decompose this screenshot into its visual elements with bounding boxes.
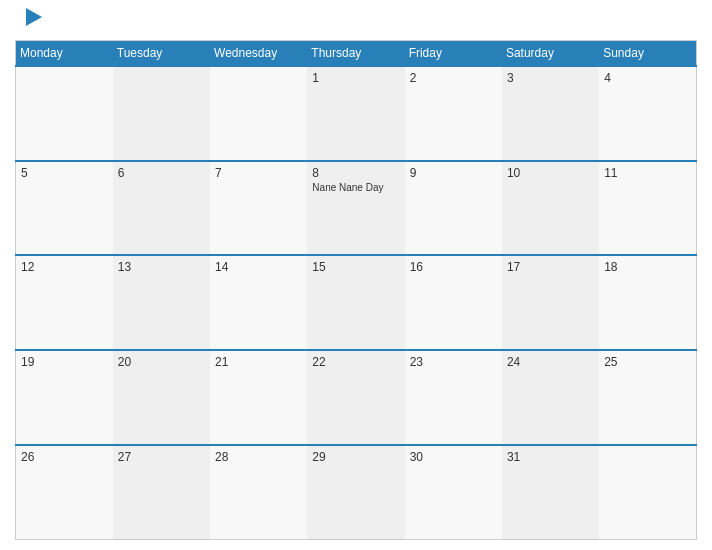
day-number: 28 (215, 450, 302, 464)
day-number: 1 (312, 71, 399, 85)
day-number: 22 (312, 355, 399, 369)
calendar-cell: 17 (502, 255, 599, 350)
logo (20, 10, 44, 32)
weekday-header-row: MondayTuesdayWednesdayThursdayFridaySatu… (16, 41, 697, 67)
calendar-cell: 15 (307, 255, 404, 350)
day-number: 10 (507, 166, 594, 180)
day-number: 21 (215, 355, 302, 369)
calendar-page: MondayTuesdayWednesdayThursdayFridaySatu… (0, 0, 712, 550)
day-number: 7 (215, 166, 302, 180)
calendar-cell: 20 (113, 350, 210, 445)
calendar-cell: 31 (502, 445, 599, 540)
day-number: 16 (410, 260, 497, 274)
calendar-cell: 18 (599, 255, 696, 350)
calendar-cell: 6 (113, 161, 210, 256)
calendar-cell: 24 (502, 350, 599, 445)
calendar-cell (210, 66, 307, 161)
day-number: 3 (507, 71, 594, 85)
calendar-cell: 8Nane Nane Day (307, 161, 404, 256)
day-number: 12 (21, 260, 108, 274)
calendar-cell: 1 (307, 66, 404, 161)
day-number: 19 (21, 355, 108, 369)
calendar-cell (16, 66, 113, 161)
calendar-cell: 23 (405, 350, 502, 445)
day-number: 29 (312, 450, 399, 464)
weekday-header: Wednesday (210, 41, 307, 67)
svg-marker-0 (26, 8, 42, 26)
calendar-cell: 19 (16, 350, 113, 445)
weekday-header: Friday (405, 41, 502, 67)
holiday-label: Nane Nane Day (312, 182, 399, 193)
day-number: 18 (604, 260, 691, 274)
day-number: 6 (118, 166, 205, 180)
day-number: 23 (410, 355, 497, 369)
weekday-header: Saturday (502, 41, 599, 67)
day-number: 30 (410, 450, 497, 464)
day-number: 15 (312, 260, 399, 274)
calendar-cell (599, 445, 696, 540)
weekday-header: Thursday (307, 41, 404, 67)
day-number: 20 (118, 355, 205, 369)
calendar-cell: 13 (113, 255, 210, 350)
day-number: 13 (118, 260, 205, 274)
calendar-cell: 27 (113, 445, 210, 540)
calendar-cell: 2 (405, 66, 502, 161)
calendar-week-row: 19202122232425 (16, 350, 697, 445)
calendar-week-row: 5678Nane Nane Day91011 (16, 161, 697, 256)
day-number: 27 (118, 450, 205, 464)
day-number: 11 (604, 166, 691, 180)
calendar-cell: 9 (405, 161, 502, 256)
day-number: 8 (312, 166, 399, 180)
calendar-cell: 29 (307, 445, 404, 540)
day-number: 25 (604, 355, 691, 369)
calendar-cell: 16 (405, 255, 502, 350)
day-number: 2 (410, 71, 497, 85)
calendar-cell (113, 66, 210, 161)
calendar-cell: 28 (210, 445, 307, 540)
calendar-week-row: 1234 (16, 66, 697, 161)
calendar-header (15, 10, 697, 32)
day-number: 17 (507, 260, 594, 274)
calendar-week-row: 12131415161718 (16, 255, 697, 350)
calendar-cell: 26 (16, 445, 113, 540)
calendar-cell: 14 (210, 255, 307, 350)
day-number: 14 (215, 260, 302, 274)
day-number: 4 (604, 71, 691, 85)
calendar-cell: 4 (599, 66, 696, 161)
calendar-cell: 12 (16, 255, 113, 350)
weekday-header: Tuesday (113, 41, 210, 67)
calendar-table: MondayTuesdayWednesdayThursdayFridaySatu… (15, 40, 697, 540)
calendar-cell: 30 (405, 445, 502, 540)
calendar-cell: 5 (16, 161, 113, 256)
day-number: 9 (410, 166, 497, 180)
calendar-cell: 22 (307, 350, 404, 445)
calendar-cell: 3 (502, 66, 599, 161)
calendar-cell: 7 (210, 161, 307, 256)
day-number: 24 (507, 355, 594, 369)
logo-flag-icon (22, 6, 44, 28)
day-number: 5 (21, 166, 108, 180)
weekday-header: Sunday (599, 41, 696, 67)
weekday-header: Monday (16, 41, 113, 67)
calendar-week-row: 262728293031 (16, 445, 697, 540)
day-number: 26 (21, 450, 108, 464)
calendar-cell: 25 (599, 350, 696, 445)
day-number: 31 (507, 450, 594, 464)
calendar-cell: 21 (210, 350, 307, 445)
calendar-cell: 10 (502, 161, 599, 256)
calendar-cell: 11 (599, 161, 696, 256)
